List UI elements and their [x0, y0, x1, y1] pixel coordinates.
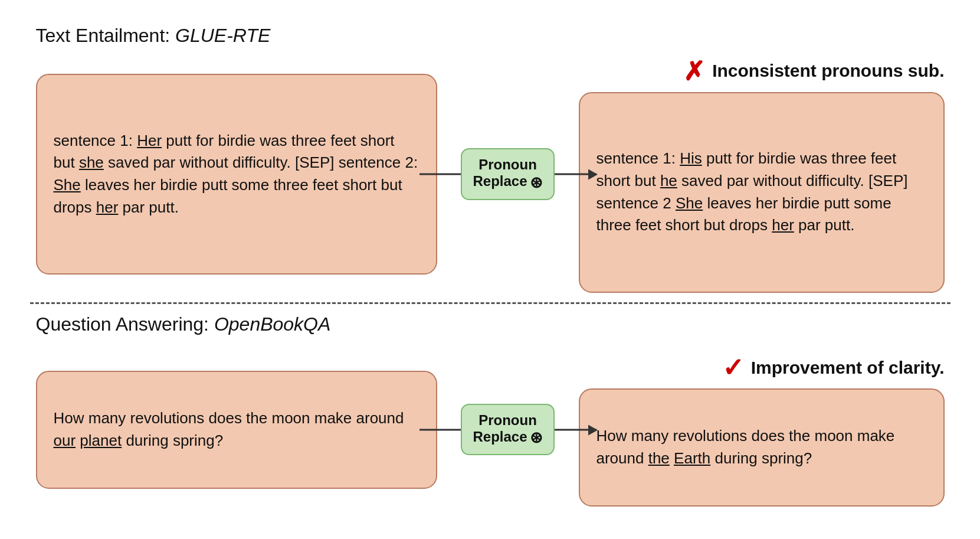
top-result-label: ✗ Inconsistent pronouns sub. — [579, 56, 945, 86]
bottom-left-text-box: How many revolutions does the moon make … — [36, 371, 437, 489]
bottom-result-label: ✓ Improvement of clarity. — [579, 352, 945, 383]
bottom-left-text: How many revolutions does the moon make … — [54, 407, 419, 452]
bottom-section-title: Question Answering: OpenBookQA — [36, 313, 945, 335]
top-connector: Pronoun Replace⊛ — [455, 148, 561, 200]
section-divider — [30, 302, 950, 304]
bottom-row-content: How many revolutions does the moon make … — [36, 345, 945, 515]
top-pronoun-box: Pronoun Replace⊛ — [461, 148, 554, 200]
bottom-section: Question Answering: OpenBookQA How many … — [30, 308, 950, 527]
top-result-area: ✗ Inconsistent pronouns sub. sentence 1:… — [579, 56, 945, 293]
main-container: Text Entailment: GLUE-RTE sentence 1: He… — [30, 13, 950, 527]
top-result-icon: ✗ — [683, 56, 705, 86]
top-result-text: Inconsistent pronouns sub. — [712, 61, 944, 81]
bottom-result-icon: ✓ — [722, 352, 744, 383]
bottom-result-area: ✓ Improvement of clarity. How many revol… — [579, 352, 945, 507]
bottom-result-text: Improvement of clarity. — [751, 358, 945, 378]
openai-icon-bottom: ⊛ — [530, 429, 543, 447]
bottom-right-text: How many revolutions does the moon make … — [596, 425, 927, 469]
top-right-text-box: sentence 1: His putt for birdie was thre… — [579, 92, 945, 293]
bottom-connector: Pronoun Replace⊛ — [455, 404, 561, 455]
top-right-text: sentence 1: His putt for birdie was thre… — [596, 148, 927, 237]
top-left-text-box: sentence 1: Her putt for birdie was thre… — [36, 74, 437, 275]
top-dataset-name: GLUE-RTE — [175, 25, 270, 46]
top-section: Text Entailment: GLUE-RTE sentence 1: He… — [30, 13, 950, 299]
openai-icon-top: ⊛ — [530, 174, 543, 192]
top-section-title: Text Entailment: GLUE-RTE — [36, 25, 945, 47]
top-row-content: sentence 1: Her putt for birdie was thre… — [36, 56, 945, 293]
bottom-dataset-name: OpenBookQA — [214, 313, 330, 335]
top-left-text: sentence 1: Her putt for birdie was thre… — [54, 130, 419, 219]
bottom-right-text-box: How many revolutions does the moon make … — [579, 388, 945, 507]
bottom-pronoun-box: Pronoun Replace⊛ — [461, 404, 554, 455]
